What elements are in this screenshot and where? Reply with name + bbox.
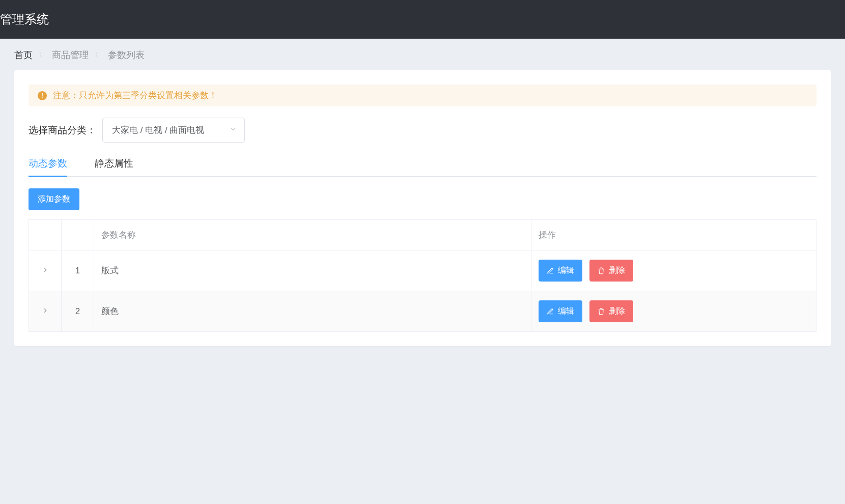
table-header-index <box>62 220 94 250</box>
delete-button-label: 删除 <box>609 265 625 276</box>
breadcrumb-category[interactable]: 商品管理 <box>52 49 89 61</box>
table-header-row: 参数名称 操作 <box>29 220 816 250</box>
tab-static-attrs[interactable]: 静态属性 <box>95 157 133 177</box>
edit-icon <box>547 308 554 315</box>
category-select-row: 选择商品分类： 大家电 / 电视 / 曲面电视 <box>29 118 816 143</box>
breadcrumb: 首页 〉 商品管理 〉 参数列表 <box>14 49 831 61</box>
breadcrumb-home[interactable]: 首页 <box>14 49 33 61</box>
table-header-expand <box>29 220 62 250</box>
delete-button[interactable]: 删除 <box>589 260 633 282</box>
row-index: 2 <box>62 291 94 332</box>
category-select-label: 选择商品分类： <box>29 124 96 137</box>
param-table: 参数名称 操作 1 版式 <box>29 219 816 332</box>
add-param-button[interactable]: 添加参数 <box>29 188 79 210</box>
table-row: 1 版式 编辑 删除 <box>29 250 816 291</box>
table-header-actions: 操作 <box>531 220 816 250</box>
main-card: ! 注意：只允许为第三季分类设置相关参数！ 选择商品分类： 大家电 / 电视 /… <box>14 70 831 346</box>
row-actions: 编辑 删除 <box>539 300 809 322</box>
edit-button-label: 编辑 <box>558 265 574 276</box>
page-content: 首页 〉 商品管理 〉 参数列表 ! 注意：只允许为第三季分类设置相关参数！ 选… <box>0 39 845 356</box>
app-title: 管理系统 <box>0 11 49 27</box>
trash-icon <box>598 267 605 274</box>
edit-button-label: 编辑 <box>558 306 574 317</box>
row-name: 版式 <box>94 250 531 291</box>
expand-row-icon[interactable] <box>42 306 49 317</box>
tab-dynamic-params[interactable]: 动态参数 <box>29 157 67 177</box>
delete-button[interactable]: 删除 <box>589 300 633 322</box>
delete-button-label: 删除 <box>609 306 625 317</box>
row-index: 1 <box>62 250 94 291</box>
breadcrumb-page: 参数列表 <box>108 49 145 61</box>
chevron-right-icon: 〉 <box>95 50 102 60</box>
chevron-down-icon <box>229 125 237 135</box>
expand-row-icon[interactable] <box>42 266 49 276</box>
warning-alert: ! 注意：只允许为第三季分类设置相关参数！ <box>29 85 816 106</box>
table-header-name: 参数名称 <box>94 220 531 250</box>
category-cascader[interactable]: 大家电 / 电视 / 曲面电视 <box>102 118 245 143</box>
row-actions: 编辑 删除 <box>539 260 809 282</box>
chevron-right-icon: 〉 <box>39 50 46 60</box>
app-header: 管理系统 <box>0 0 845 39</box>
edit-button[interactable]: 编辑 <box>539 260 582 282</box>
table-row: 2 颜色 编辑 删除 <box>29 291 816 332</box>
edit-icon <box>547 267 554 274</box>
row-name: 颜色 <box>94 291 531 332</box>
edit-button[interactable]: 编辑 <box>539 300 582 322</box>
trash-icon <box>598 308 605 315</box>
cascader-value: 大家电 / 电视 / 曲面电视 <box>112 124 204 136</box>
warning-text: 注意：只允许为第三季分类设置相关参数！ <box>53 90 217 101</box>
tabs: 动态参数 静态属性 <box>29 157 816 177</box>
warning-icon: ! <box>38 91 47 100</box>
